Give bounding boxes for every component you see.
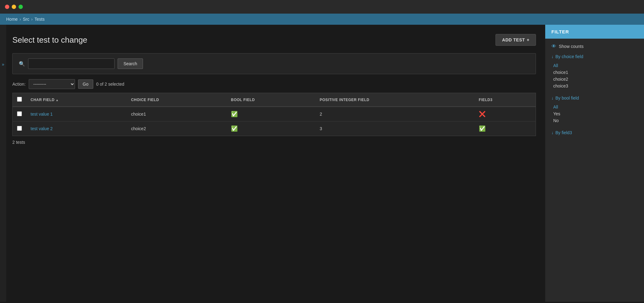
row-checkbox-1[interactable] bbox=[17, 126, 22, 131]
filter-choice-all[interactable]: All bbox=[553, 62, 638, 69]
filter-bool-options: All Yes No bbox=[551, 104, 638, 124]
filter-section-choice-field: ↓ By choice field All choice1 choice2 ch… bbox=[551, 54, 638, 89]
filter-bool-field-title[interactable]: ↓ By bool field bbox=[551, 96, 638, 100]
page-header: Select test to change ADD TEST + bbox=[12, 34, 536, 46]
selected-count: 0 of 2 selected bbox=[96, 82, 124, 87]
choice-field-0: choice1 bbox=[127, 107, 227, 122]
action-select[interactable]: --------- bbox=[29, 79, 75, 89]
filter-choice-choice2[interactable]: choice2 bbox=[553, 76, 638, 83]
breadcrumb-src[interactable]: Src bbox=[23, 17, 29, 22]
row-checkbox-0[interactable] bbox=[17, 111, 22, 116]
content-area: Select test to change ADD TEST + 🔍 Searc… bbox=[6, 25, 545, 302]
integer-field-1: 3 bbox=[315, 122, 474, 136]
header-bool-field[interactable]: BOOL FIELD bbox=[227, 93, 316, 107]
breadcrumb-sep-2: › bbox=[31, 17, 33, 22]
traffic-light-yellow[interactable] bbox=[12, 5, 16, 9]
table-row: test value 1choice1✅2❌ bbox=[13, 107, 536, 122]
eye-icon: 👁 bbox=[551, 44, 556, 49]
breadcrumb: Home › Src › Tests bbox=[6, 17, 44, 22]
search-area: 🔍 Search bbox=[12, 53, 536, 74]
filter-arrow-choice: ↓ bbox=[551, 54, 554, 59]
filter-choice-choice3[interactable]: choice3 bbox=[553, 83, 638, 89]
table-row: test value 2choice2✅3✅ bbox=[13, 122, 536, 136]
table-footer: 2 tests bbox=[12, 140, 536, 145]
header-field3[interactable]: FIELD3 bbox=[475, 93, 536, 107]
add-test-icon: + bbox=[527, 37, 529, 42]
breadcrumb-tests[interactable]: Tests bbox=[35, 17, 45, 22]
table-header-row: CHAR FIELD CHOICE FIELD BOOL FIELD POSIT… bbox=[13, 93, 536, 107]
filter-section-field3: ↓ By field3 bbox=[551, 130, 638, 135]
header-choice-field[interactable]: CHOICE FIELD bbox=[127, 93, 227, 107]
filter-section-bool-field: ↓ By bool field All Yes No bbox=[551, 96, 638, 124]
add-test-label: ADD TEST bbox=[502, 37, 525, 42]
filter-bool-field-label: By bool field bbox=[555, 96, 579, 100]
filter-arrow-field3: ↓ bbox=[551, 130, 554, 135]
page-title: Select test to change bbox=[12, 35, 87, 45]
action-label: Action: bbox=[12, 82, 26, 87]
go-button[interactable]: Go bbox=[78, 79, 93, 89]
collapse-sidebar-button[interactable]: » bbox=[0, 25, 6, 302]
filter-choice-field-label: By choice field bbox=[555, 54, 583, 59]
filter-choice-options: All choice1 choice2 choice3 bbox=[551, 62, 638, 89]
header-checkbox-cell bbox=[13, 93, 27, 107]
char-field-link-0[interactable]: test value 1 bbox=[31, 112, 53, 117]
filter-bool-yes[interactable]: Yes bbox=[553, 110, 638, 117]
filter-bool-all[interactable]: All bbox=[553, 104, 638, 110]
choice-field-1: choice2 bbox=[127, 122, 227, 136]
add-test-button[interactable]: ADD TEST + bbox=[496, 34, 536, 46]
filter-body: 👁 Show counts ↓ By choice field All choi… bbox=[545, 39, 644, 146]
bool-true-icon: ✅ bbox=[231, 111, 238, 117]
bool-true-icon: ✅ bbox=[231, 126, 238, 132]
search-input[interactable] bbox=[28, 58, 115, 69]
integer-field-0: 2 bbox=[315, 107, 474, 122]
main-wrapper: » Select test to change ADD TEST + 🔍 Sea… bbox=[0, 25, 644, 302]
show-counts-toggle[interactable]: 👁 Show counts bbox=[551, 44, 638, 49]
filter-header: FILTER bbox=[545, 25, 644, 39]
char-field-link-1[interactable]: test value 2 bbox=[31, 126, 53, 131]
traffic-light-green[interactable] bbox=[19, 5, 23, 9]
show-counts-label: Show counts bbox=[559, 44, 583, 49]
header-char-field[interactable]: CHAR FIELD bbox=[26, 93, 127, 107]
filter-choice-field-title[interactable]: ↓ By choice field bbox=[551, 54, 638, 59]
filter-bool-no[interactable]: No bbox=[553, 117, 638, 124]
breadcrumb-bar: Home › Src › Tests bbox=[0, 14, 644, 25]
titlebar bbox=[0, 0, 644, 14]
field3-false-icon: ❌ bbox=[479, 111, 486, 117]
filter-field3-title[interactable]: ↓ By field3 bbox=[551, 130, 638, 135]
traffic-light-red[interactable] bbox=[5, 5, 9, 9]
filter-panel: FILTER 👁 Show counts ↓ By choice field A… bbox=[545, 25, 644, 302]
action-area: Action: --------- Go 0 of 2 selected bbox=[12, 79, 536, 89]
filter-arrow-bool: ↓ bbox=[551, 96, 554, 100]
filter-field3-label: By field3 bbox=[555, 130, 572, 135]
breadcrumb-sep-1: › bbox=[19, 17, 21, 22]
select-all-checkbox[interactable] bbox=[17, 97, 22, 102]
header-positive-integer-field[interactable]: POSITIVE INTEGER FIELD bbox=[315, 93, 474, 107]
field3-true-icon: ✅ bbox=[479, 126, 486, 132]
search-button[interactable]: Search bbox=[118, 58, 143, 69]
filter-choice-choice1[interactable]: choice1 bbox=[553, 69, 638, 76]
breadcrumb-home[interactable]: Home bbox=[6, 17, 18, 22]
data-table: CHAR FIELD CHOICE FIELD BOOL FIELD POSIT… bbox=[12, 93, 536, 136]
search-icon: 🔍 bbox=[19, 61, 25, 67]
